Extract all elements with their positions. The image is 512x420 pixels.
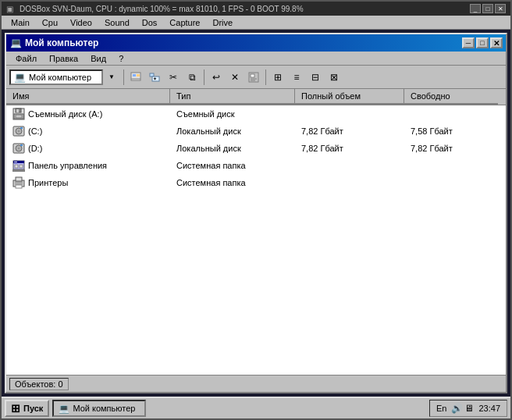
address-input[interactable]: 💻 Мой компьютер	[9, 69, 103, 85]
row-2-total: 7,82 Гбайт	[295, 125, 404, 137]
explorer-statusbar: Объектов: 0	[6, 375, 506, 392]
dosbox-window: ▣ DOSBox SVN-Daum, CPU : dynamic 100% = …	[0, 0, 512, 420]
row-3-total: 7,82 Гбайт	[295, 142, 404, 155]
toolbar-btn-undo[interactable]: ↩	[208, 69, 225, 86]
explorer-minimize-button[interactable]: ─	[462, 37, 475, 48]
address-dropdown-button[interactable]: ▼	[106, 69, 117, 86]
taskbar-item-explorer[interactable]: 💻 Мой компьютер	[52, 400, 146, 417]
dosbox-menu-cpu[interactable]: Cpu	[36, 16, 64, 29]
toolbar-btn-view1[interactable]: ⊞	[269, 69, 286, 86]
explorer-menu-view[interactable]: Вид	[84, 52, 112, 65]
toolbar-btn-2[interactable]: ✦	[146, 69, 163, 86]
toolbar-btn-1[interactable]	[127, 69, 144, 86]
table-body: Съемный диск (A:) Съемный диск	[6, 105, 506, 375]
dosbox-menu-capture[interactable]: Capture	[163, 16, 206, 29]
explorer-menu-edit[interactable]: Правка	[43, 52, 84, 65]
toolbar-separator-2	[204, 69, 204, 85]
table-header: Имя Тип Полный объем Свободно	[6, 89, 506, 105]
col-header-name[interactable]: Имя	[6, 89, 170, 105]
toolbar-separator-3	[265, 69, 266, 85]
dosbox-close-button[interactable]: ✕	[495, 4, 506, 13]
row-3-type: Локальный диск	[170, 142, 295, 155]
dosbox-menu-drive[interactable]: Drive	[206, 16, 239, 29]
col-header-total[interactable]: Полный объем	[295, 89, 404, 105]
table-row[interactable]: Принтеры Системная папка	[6, 174, 506, 191]
explorer-close-button[interactable]: ✕	[490, 37, 503, 48]
table-row[interactable]: (C:) Локальный диск 7,82 Гбайт 7,58 Гбай…	[6, 123, 506, 140]
hdd-icon	[12, 126, 25, 137]
start-button[interactable]: ⊞ Пуск	[5, 400, 49, 417]
taskbar-item-icon: 💻	[59, 404, 69, 414]
dosbox-menu-main[interactable]: Main	[5, 16, 36, 29]
svg-rect-31	[15, 182, 23, 183]
dosbox-minimize-button[interactable]: _	[470, 4, 481, 13]
svg-rect-8	[251, 74, 254, 77]
toolbar-btn-properties[interactable]	[245, 69, 262, 86]
col-header-type[interactable]: Тип	[170, 89, 295, 105]
row-4-total	[295, 164, 404, 167]
toolbar-btn-cut[interactable]: ✂	[165, 69, 182, 86]
explorer-titlebar: 💻 Мой компьютер ─ □ ✕	[6, 34, 506, 52]
svg-rect-15	[16, 115, 22, 118]
system-tray: En 🔊 🖥 23:47	[429, 400, 507, 417]
explorer-window-controls: ─ □ ✕	[462, 37, 503, 48]
svg-rect-23	[20, 144, 23, 146]
start-icon: ⊞	[11, 402, 20, 415]
floppy-drive-icon	[12, 108, 25, 120]
toolbar-btn-delete[interactable]: ✕	[226, 69, 244, 86]
row-5-type: Системная папка	[170, 176, 295, 189]
dosbox-title: DOSBox SVN-Daum, CPU : dynamic 100% = ma…	[20, 5, 464, 13]
tray-clock: 23:47	[475, 404, 503, 413]
taskbar-item-label: Мой компьютер	[73, 404, 135, 413]
toolbar-address-bar: 💻 Мой компьютер ▼	[9, 69, 117, 86]
row-5-name: Принтеры	[6, 175, 170, 190]
toolbar-btn-copy[interactable]: ⧉	[183, 69, 201, 86]
svg-rect-1	[133, 74, 136, 77]
svg-rect-33	[16, 177, 22, 181]
toolbar-separator-1	[123, 69, 124, 85]
row-4-type: Системная папка	[170, 159, 295, 172]
dosbox-menu-dos[interactable]: Dos	[136, 16, 164, 29]
table-row[interactable]: Панель управления Системная папка	[6, 157, 506, 174]
row-2-free: 7,58 Гбайт	[404, 125, 498, 137]
printers-icon	[12, 176, 25, 189]
status-text: Объектов: 0	[9, 378, 69, 390]
dosbox-controls: _ □ ✕	[470, 4, 506, 13]
tray-volume-icon: 🔊	[451, 403, 463, 414]
svg-point-18	[18, 130, 20, 132]
row-1-type: Съемный диск	[170, 108, 295, 120]
svg-rect-28	[20, 165, 23, 168]
svg-rect-29	[12, 169, 25, 172]
row-2-name: (C:)	[6, 124, 170, 138]
dosbox-menu-video[interactable]: Video	[64, 16, 98, 29]
svg-rect-13	[16, 109, 19, 112]
explorer-menu-help[interactable]: ?	[112, 52, 130, 65]
dosbox-maximize-button[interactable]: □	[482, 4, 493, 13]
start-label: Пуск	[23, 404, 43, 413]
toolbar-btn-view3[interactable]: ⊟	[307, 69, 324, 86]
explorer-titlebar-icon: 💻	[9, 37, 22, 49]
dosbox-icon: ▣	[6, 5, 13, 13]
dosbox-menubar: Main Cpu Video Sound Dos Capture Drive	[2, 16, 510, 30]
taskbar: ⊞ Пуск 💻 Мой компьютер En 🔊 🖥 23:47	[2, 397, 510, 418]
tray-keyboard-indicator: En	[433, 404, 450, 413]
svg-rect-26	[14, 162, 17, 162]
toolbar-btn-view2[interactable]: ≡	[288, 69, 305, 86]
row-3-name: (D:)	[6, 141, 170, 155]
explorer-menu-file[interactable]: Файл	[9, 52, 43, 65]
svg-rect-32	[15, 183, 23, 184]
explorer-maximize-button[interactable]: □	[476, 37, 489, 48]
table-row[interactable]: Съемный диск (A:) Съемный диск	[6, 105, 506, 123]
table-row[interactable]: (D:) Локальный диск 7,82 Гбайт 7,82 Гбай…	[6, 140, 506, 157]
explorer-toolbar: 💻 Мой компьютер ▼ ✦	[6, 66, 506, 89]
svg-rect-19	[20, 127, 23, 129]
explorer-content: Имя Тип Полный объем Свободно	[6, 89, 506, 375]
row-5-free	[404, 181, 498, 184]
row-4-name: Панель управления	[6, 158, 170, 173]
svg-rect-2	[137, 74, 140, 77]
explorer-menubar: Файл Правка Вид ?	[6, 52, 506, 66]
dosbox-menu-sound[interactable]: Sound	[98, 16, 136, 29]
toolbar-btn-view4[interactable]: ⊠	[325, 69, 343, 86]
row-3-free: 7,82 Гбайт	[404, 142, 498, 155]
col-header-free[interactable]: Свободно	[404, 89, 498, 105]
